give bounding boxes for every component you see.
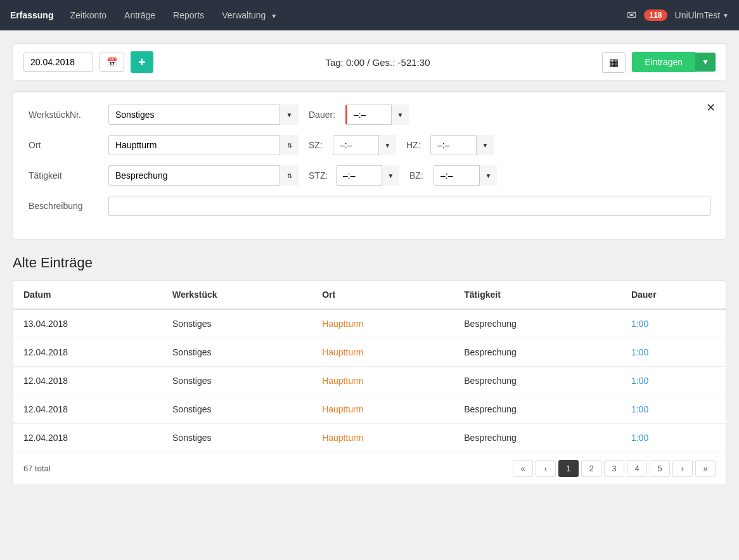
werkstuck-select-wrap: Sonstiges ▼ xyxy=(108,105,299,125)
cell-datum: 12.04.2018 xyxy=(13,424,162,452)
hz-label: HZ: xyxy=(406,140,425,150)
ort-label: Ort xyxy=(29,140,98,150)
col-taetigkeit: Tätigkeit xyxy=(454,281,621,309)
form-card: ✕ WerkstückNr. Sonstiges ▼ Dauer: ▼ Ort … xyxy=(13,91,726,239)
close-button[interactable]: ✕ xyxy=(706,101,716,115)
cell-taetigkeit: Besprechung xyxy=(454,309,621,338)
page-1-button[interactable]: 1 xyxy=(558,460,579,477)
dauer-label: Dauer: xyxy=(309,110,340,120)
pagination-bar: 67 total « ‹ 1 2 3 4 5 › » xyxy=(13,452,726,485)
cell-ort[interactable]: Hauptturm xyxy=(312,424,454,452)
table-row: 13.04.2018 Sonstiges Hauptturm Besprechu… xyxy=(13,309,726,338)
dauer-arrow[interactable]: ▼ xyxy=(391,105,409,125)
taetigkeit-select-wrap: Besprechung ⇅ xyxy=(108,165,299,186)
add-entry-button[interactable]: + xyxy=(131,51,153,73)
col-datum: Datum xyxy=(13,281,162,309)
stz-label: STZ: xyxy=(309,170,331,181)
page-first-button[interactable]: « xyxy=(513,460,533,477)
cell-dauer: 1:00 xyxy=(621,309,726,338)
beschreibung-input[interactable] xyxy=(108,196,710,216)
cell-taetigkeit: Besprechung xyxy=(454,424,621,452)
page-5-button[interactable]: 5 xyxy=(650,460,670,477)
calc-icon: ▦ xyxy=(609,57,619,68)
hz-arrow[interactable]: ▼ xyxy=(476,135,494,155)
cell-ort[interactable]: Hauptturm xyxy=(312,338,454,367)
cell-ort[interactable]: Hauptturm xyxy=(312,395,454,424)
date-input[interactable] xyxy=(23,53,93,72)
hz-input-wrap: ▼ xyxy=(430,135,494,155)
main-content: 📅 + Tag: 0:00 / Ges.: -521:30 ▦ Eintrage… xyxy=(0,30,739,498)
nav-brand[interactable]: Erfassung xyxy=(10,10,53,20)
user-menu[interactable]: UniUlmTest ▼ xyxy=(675,10,729,20)
user-menu-arrow: ▼ xyxy=(723,12,729,19)
sz-label: SZ: xyxy=(309,140,328,150)
eintragen-group: Eintragen ▼ xyxy=(632,52,716,72)
navbar: Erfassung Zeitkonto Anträge Reports Verw… xyxy=(0,0,739,30)
cell-ort[interactable]: Hauptturm xyxy=(312,309,454,338)
cell-taetigkeit: Besprechung xyxy=(454,338,621,367)
cell-dauer: 1:00 xyxy=(621,395,726,424)
page-last-button[interactable]: » xyxy=(695,460,716,477)
cell-datum: 12.04.2018 xyxy=(13,338,162,367)
sz-input-wrap: ▼ xyxy=(333,135,396,155)
col-dauer: Dauer xyxy=(621,281,726,309)
ort-select[interactable]: Hauptturm xyxy=(108,135,299,155)
page-next-button[interactable]: › xyxy=(672,460,693,477)
date-summary: Tag: 0:00 / Ges.: -521:30 xyxy=(160,57,596,68)
calendar-button[interactable]: 📅 xyxy=(100,53,124,72)
page-prev-button[interactable]: ‹ xyxy=(536,460,556,477)
sz-group: SZ: ▼ xyxy=(309,135,396,155)
mail-icon[interactable]: ✉ xyxy=(627,8,636,22)
bz-input-wrap: ▼ xyxy=(434,165,497,186)
sz-arrow[interactable]: ▼ xyxy=(378,135,396,155)
page-2-button[interactable]: 2 xyxy=(581,460,601,477)
werkstuck-label: WerkstückNr. xyxy=(29,110,98,120)
werkstuck-select[interactable]: Sonstiges xyxy=(108,105,299,125)
cell-datum: 12.04.2018 xyxy=(13,367,162,395)
form-row-taetigkeit: Tätigkeit Besprechung ⇅ STZ: ▼ BZ: ▼ xyxy=(29,165,710,186)
cell-werkstuck: Sonstiges xyxy=(162,338,312,367)
bz-group: BZ: ▼ xyxy=(409,165,497,186)
cell-dauer: 1:00 xyxy=(621,367,726,395)
bz-label: BZ: xyxy=(409,170,428,181)
eintragen-button[interactable]: Eintragen xyxy=(632,52,695,72)
page-4-button[interactable]: 4 xyxy=(627,460,647,477)
ort-select-wrap: Hauptturm ⇅ xyxy=(108,135,299,155)
stz-input-wrap: ▼ xyxy=(336,165,399,186)
nav-antraege[interactable]: Anträge xyxy=(120,8,159,23)
nav-reports[interactable]: Reports xyxy=(169,8,208,23)
user-name: UniUlmTest xyxy=(675,10,721,20)
cell-datum: 13.04.2018 xyxy=(13,309,162,338)
eintragen-dropdown-arrow: ▼ xyxy=(702,58,709,67)
cell-dauer: 1:00 xyxy=(621,424,726,452)
hz-group: HZ: ▼ xyxy=(406,135,494,155)
notification-badge[interactable]: 118 xyxy=(644,10,667,21)
calendar-icon: 📅 xyxy=(106,57,117,67)
beschreibung-label: Beschreibung xyxy=(29,201,98,211)
cell-ort[interactable]: Hauptturm xyxy=(312,367,454,395)
cell-taetigkeit: Besprechung xyxy=(454,395,621,424)
taetigkeit-label: Tätigkeit xyxy=(29,170,98,181)
navbar-right: ✉ 118 UniUlmTest ▼ xyxy=(627,8,729,22)
table-row: 12.04.2018 Sonstiges Hauptturm Besprechu… xyxy=(13,367,726,395)
eintragen-dropdown-button[interactable]: ▼ xyxy=(695,53,716,72)
cell-werkstuck: Sonstiges xyxy=(162,424,312,452)
dauer-group: Dauer: ▼ xyxy=(309,105,409,125)
page-3-button[interactable]: 3 xyxy=(604,460,624,477)
col-werkstuck: Werkstück xyxy=(162,281,312,309)
taetigkeit-select[interactable]: Besprechung xyxy=(108,165,299,186)
nav-verwaltung[interactable]: Verwaltung ▼ xyxy=(218,8,281,23)
form-row-werkstuck: WerkstückNr. Sonstiges ▼ Dauer: ▼ xyxy=(29,105,710,125)
bz-arrow[interactable]: ▼ xyxy=(479,165,497,186)
calc-button[interactable]: ▦ xyxy=(602,52,626,73)
section-title: Alte Einträge xyxy=(13,255,726,271)
stz-group: STZ: ▼ xyxy=(309,165,399,186)
entries-table: Datum Werkstück Ort Tätigkeit Dauer 13.0… xyxy=(13,281,726,452)
table-wrap: Datum Werkstück Ort Tätigkeit Dauer 13.0… xyxy=(13,280,726,485)
dauer-input-wrap: ▼ xyxy=(345,105,409,125)
nav-zeitkonto[interactable]: Zeitkonto xyxy=(66,8,110,23)
table-header-row: Datum Werkstück Ort Tätigkeit Dauer xyxy=(13,281,726,309)
cell-werkstuck: Sonstiges xyxy=(162,395,312,424)
stz-arrow[interactable]: ▼ xyxy=(382,165,399,186)
cell-werkstuck: Sonstiges xyxy=(162,309,312,338)
